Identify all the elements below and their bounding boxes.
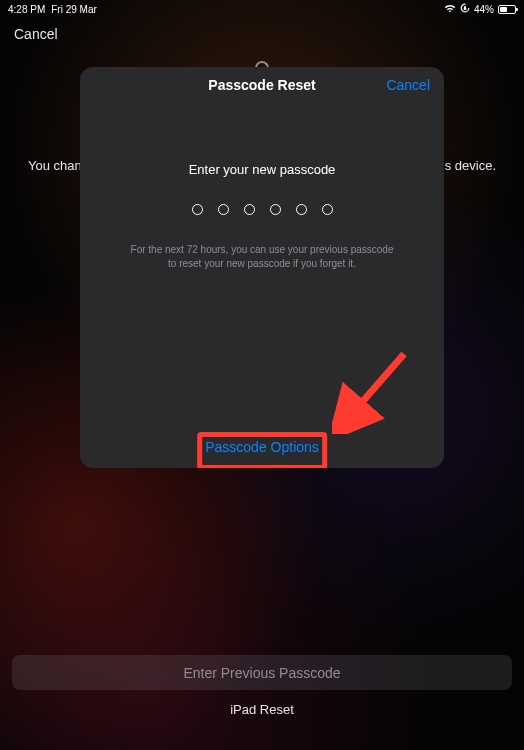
status-bar: 4:28 PM Fri 29 Mar 44% xyxy=(0,0,524,18)
passcode-input[interactable] xyxy=(80,204,444,215)
recovery-hint: For the next 72 hours, you can use your … xyxy=(80,243,444,271)
battery-icon xyxy=(498,5,516,14)
enter-previous-passcode-button[interactable]: Enter Previous Passcode xyxy=(12,655,512,690)
wifi-icon xyxy=(444,4,456,15)
passcode-dot xyxy=(192,204,203,215)
status-date: Fri 29 Mar xyxy=(51,4,97,15)
passcode-dot xyxy=(218,204,229,215)
modal-title: Passcode Reset xyxy=(208,77,315,93)
outer-cancel-button[interactable]: Cancel xyxy=(14,26,58,42)
passcode-dot xyxy=(270,204,281,215)
battery-percent: 44% xyxy=(474,4,494,15)
ipad-reset-button[interactable]: iPad Reset xyxy=(0,702,524,717)
orientation-lock-icon xyxy=(460,3,470,15)
passcode-reset-modal: Passcode Reset Cancel Enter your new pas… xyxy=(80,67,444,468)
passcode-dot xyxy=(296,204,307,215)
passcode-dot xyxy=(322,204,333,215)
passcode-dot xyxy=(244,204,255,215)
enter-passcode-prompt: Enter your new passcode xyxy=(80,162,444,177)
status-time: 4:28 PM xyxy=(8,4,45,15)
passcode-options-button[interactable]: Passcode Options xyxy=(189,429,335,465)
modal-cancel-button[interactable]: Cancel xyxy=(386,77,430,93)
